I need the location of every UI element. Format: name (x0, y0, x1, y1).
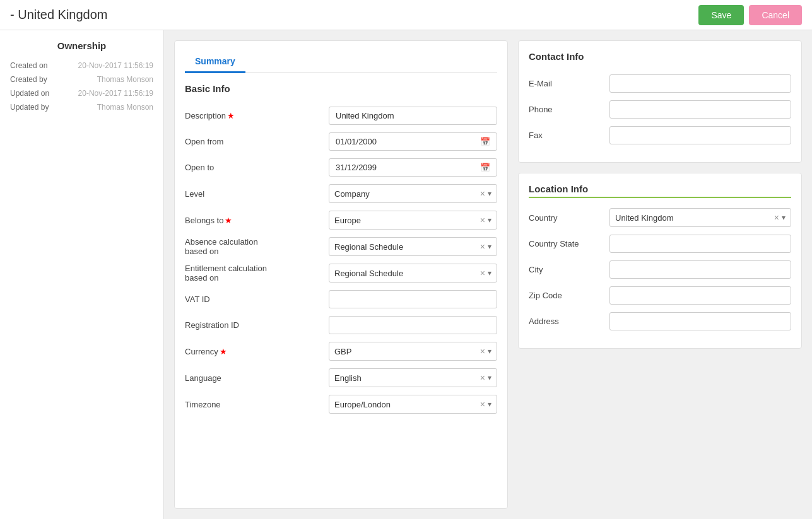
currency-select[interactable]: GBP × ▾ (329, 342, 497, 361)
city-label: City (529, 265, 604, 274)
created-by-value: Thomas Monson (97, 75, 153, 84)
form-row-vat-id: VAT ID (185, 290, 497, 308)
location-info-header: Location Info (529, 184, 791, 198)
absence-calc-dropdown-icon[interactable]: ▾ (488, 242, 491, 251)
entitlement-calc-dropdown-icon[interactable]: ▾ (488, 269, 491, 277)
open-from-calendar-icon[interactable]: 📅 (480, 137, 490, 146)
form-row-registration-id: Registration ID (185, 316, 497, 334)
vat-id-label: VAT ID (185, 294, 324, 304)
language-clear-icon[interactable]: × (480, 373, 485, 383)
absence-calc-value: Regional Schedule (334, 242, 478, 252)
registration-id-input[interactable] (329, 316, 497, 334)
open-to-date-wrapper: 31/12/2099 📅 (329, 158, 497, 177)
open-to-value: 31/12/2099 (336, 163, 475, 172)
form-row-level: Level Company × ▾ (185, 184, 497, 203)
description-label: Description★ (185, 111, 324, 120)
country-dropdown-icon[interactable]: ▾ (782, 213, 786, 222)
belongs-to-required: ★ (225, 216, 232, 225)
fax-input[interactable] (609, 126, 791, 144)
level-label: Level (185, 189, 324, 199)
save-button[interactable]: Save (698, 5, 744, 25)
sidebar-created-on: Created on 20-Nov-2017 11:56:19 (10, 61, 153, 70)
description-input[interactable] (329, 107, 497, 125)
contact-info-box: Contact Info E-Mail Phone Fax (518, 40, 802, 163)
email-label: E-Mail (529, 79, 604, 88)
open-to-calendar-icon[interactable]: 📅 (480, 163, 490, 172)
right-panel: Contact Info E-Mail Phone Fax Location I… (518, 40, 802, 509)
form-row-timezone: Timezone Europe/London × ▾ (185, 395, 497, 414)
timezone-label: Timezone (185, 400, 324, 409)
country-clear-icon[interactable]: × (774, 213, 779, 223)
registration-id-label: Registration ID (185, 320, 324, 330)
belongs-to-dropdown-icon[interactable]: ▾ (488, 216, 491, 225)
belongs-to-value: Europe (334, 216, 478, 225)
absence-calc-select[interactable]: Regional Schedule × ▾ (329, 237, 497, 256)
cancel-button[interactable]: Cancel (749, 5, 802, 25)
content-area: Summary Basic Info Description★ Open fro… (164, 30, 812, 519)
entitlement-calc-clear-icon[interactable]: × (480, 268, 485, 278)
created-on-value: 20-Nov-2017 11:56:19 (78, 61, 153, 70)
updated-by-value: Thomas Monson (97, 103, 153, 112)
form-row-city: City (529, 260, 791, 279)
country-state-input[interactable] (609, 235, 791, 253)
tab-summary[interactable]: Summary (185, 51, 245, 73)
form-row-open-from: Open from 01/01/2000 📅 (185, 132, 497, 151)
absence-calc-label: Absence calculationbased on (185, 237, 324, 256)
timezone-clear-icon[interactable]: × (480, 399, 485, 409)
language-value: English (334, 373, 478, 383)
language-dropdown-icon[interactable]: ▾ (488, 373, 491, 382)
level-clear-icon[interactable]: × (480, 189, 485, 199)
language-label: Language (185, 373, 324, 383)
currency-required: ★ (220, 347, 227, 356)
phone-input[interactable] (609, 100, 791, 119)
city-input[interactable] (609, 260, 791, 279)
country-state-label: Country State (529, 239, 604, 248)
language-select[interactable]: English × ▾ (329, 368, 497, 387)
sidebar-updated-on: Updated on 20-Nov-2017 11:56:19 (10, 89, 153, 98)
description-required: ★ (227, 111, 235, 120)
updated-by-label: Updated by (10, 103, 49, 112)
belongs-to-clear-icon[interactable]: × (480, 215, 485, 225)
form-row-description: Description★ (185, 107, 497, 125)
level-select[interactable]: Company × ▾ (329, 184, 497, 203)
timezone-select[interactable]: Europe/London × ▾ (329, 395, 497, 414)
form-row-currency: Currency★ GBP × ▾ (185, 342, 497, 361)
address-input[interactable] (609, 312, 791, 330)
currency-dropdown-icon[interactable]: ▾ (488, 347, 491, 356)
email-input[interactable] (609, 74, 791, 93)
basic-info-header: Basic Info (185, 83, 497, 96)
left-panel: Summary Basic Info Description★ Open fro… (174, 40, 508, 509)
created-on-label: Created on (10, 61, 47, 70)
form-row-email: E-Mail (529, 74, 791, 93)
form-row-zip-code: Zip Code (529, 286, 791, 305)
open-to-label: Open to (185, 163, 324, 172)
level-dropdown-icon[interactable]: ▾ (488, 189, 491, 198)
sidebar-title: Ownership (10, 40, 153, 51)
open-from-label: Open from (185, 137, 324, 146)
country-label: Country (529, 213, 604, 223)
updated-on-label: Updated on (10, 89, 49, 98)
zip-code-input[interactable] (609, 286, 791, 305)
form-row-address: Address (529, 312, 791, 330)
timezone-dropdown-icon[interactable]: ▾ (488, 400, 491, 409)
timezone-value: Europe/London (334, 400, 478, 409)
vat-id-input[interactable] (329, 290, 497, 308)
sidebar-created-by: Created by Thomas Monson (10, 75, 153, 84)
country-select[interactable]: United Kingdom × ▾ (609, 208, 791, 227)
phone-label: Phone (529, 105, 604, 114)
form-row-open-to: Open to 31/12/2099 📅 (185, 158, 497, 177)
fax-label: Fax (529, 131, 604, 140)
header-buttons: Save Cancel (698, 5, 802, 25)
form-row-absence-calc: Absence calculationbased on Regional Sch… (185, 237, 497, 256)
currency-clear-icon[interactable]: × (480, 346, 485, 356)
absence-calc-clear-icon[interactable]: × (480, 242, 485, 252)
form-row-country: Country United Kingdom × ▾ (529, 208, 791, 227)
updated-on-value: 20-Nov-2017 11:56:19 (78, 89, 153, 98)
form-row-country-state: Country State (529, 235, 791, 253)
main-layout: Ownership Created on 20-Nov-2017 11:56:1… (0, 30, 812, 519)
header: - United Kingdom Save Cancel (0, 0, 812, 30)
level-value: Company (334, 189, 478, 199)
belongs-to-select[interactable]: Europe × ▾ (329, 211, 497, 230)
entitlement-calc-select[interactable]: Regional Schedule × ▾ (329, 264, 497, 283)
sidebar-updated-by: Updated by Thomas Monson (10, 103, 153, 112)
